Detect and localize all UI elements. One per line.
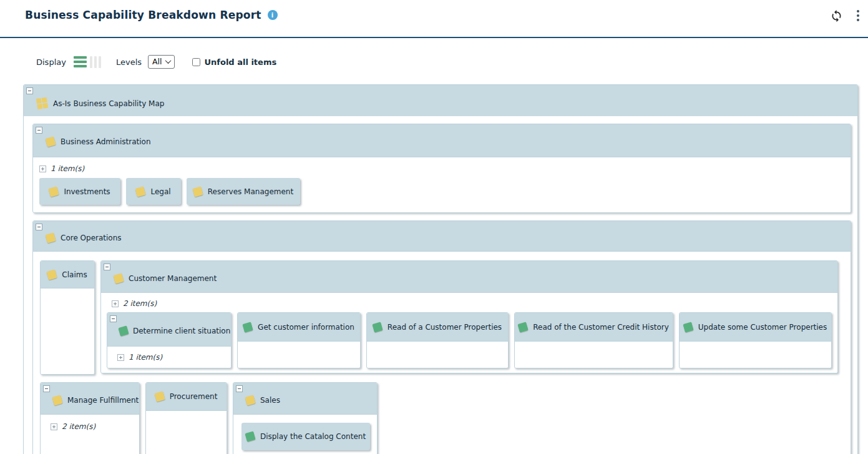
sales-box[interactable]: Sales Display the Catalog Content: [233, 382, 378, 454]
levels-select[interactable]: All: [148, 55, 175, 69]
business-administration-header[interactable]: Business Administration: [33, 124, 851, 157]
get-customer-information-header[interactable]: Get customer information: [238, 313, 360, 341]
capability-icon-green: [683, 322, 693, 332]
read-of-a-customer-properties-box[interactable]: Read of a Customer Properties: [366, 312, 509, 368]
title-wrap: Business Capability Breakdown Report i: [25, 9, 278, 21]
items-note-text: 2 item(s): [62, 422, 95, 431]
update-some-customer-properties-header[interactable]: Update some Customer Properties: [680, 313, 831, 341]
refresh-icon[interactable]: [830, 9, 843, 22]
capability-label: Core Operations: [61, 234, 122, 242]
expand-icon[interactable]: [39, 165, 46, 172]
capability-icon-green: [242, 322, 253, 332]
items-note-text: 1 item(s): [51, 164, 84, 173]
sales-header[interactable]: Sales: [233, 383, 377, 414]
children-row: Investments Legal Reserves Management: [39, 178, 844, 205]
collapse-icon[interactable]: [36, 127, 42, 134]
unfold-all-items-control: Unfold all items: [192, 57, 277, 67]
levels-label: Levels: [116, 57, 142, 67]
items-note-text: 2 item(s): [123, 299, 157, 308]
capability-label: Read of a Customer Properties: [388, 323, 502, 332]
procurement-box[interactable]: Procurement: [145, 382, 227, 454]
get-customer-information-box[interactable]: Get customer information: [237, 312, 361, 368]
empty-body: [238, 341, 360, 368]
update-some-customer-properties-box[interactable]: Update some Customer Properties: [679, 312, 832, 368]
capability-label: Business Administration: [61, 137, 151, 146]
display-columns-icon[interactable]: [90, 56, 101, 68]
core-operations-box[interactable]: Core Operations Claims: [32, 220, 851, 454]
unfold-checkbox[interactable]: [192, 58, 200, 66]
capability-icon-green: [118, 325, 129, 336]
topbar-actions: [830, 9, 862, 22]
capability-leaf-investments[interactable]: Investments: [39, 178, 120, 205]
items-note: 2 item(s): [112, 299, 832, 308]
capability-root-box[interactable]: As-Is Business Capability Map Business A…: [23, 84, 858, 454]
expand-icon[interactable]: [112, 300, 119, 307]
display-the-catalog-content-leaf[interactable]: Display the Catalog Content: [241, 423, 370, 450]
display-label: Display: [36, 57, 66, 67]
capability-label: Get customer information: [258, 323, 354, 332]
business-administration-body: 1 item(s) Investments Legal: [33, 157, 851, 212]
collapse-icon[interactable]: [26, 87, 33, 94]
capability-label: Procurement: [170, 392, 218, 401]
empty-body: [680, 341, 831, 368]
customer-management-box[interactable]: Customer Management 2 item(s): [100, 260, 838, 373]
collapse-icon[interactable]: [110, 315, 117, 322]
manage-fulfillment-box[interactable]: Manage Fulfillment 2 item(s): [40, 382, 140, 454]
capability-icon: [245, 395, 255, 405]
chevron-down-icon: [165, 57, 171, 64]
capability-root-header[interactable]: As-Is Business Capability Map: [24, 85, 857, 116]
unfold-label: Unfold all items: [205, 57, 277, 67]
capability-label: Sales: [260, 396, 280, 405]
capability-label: Legal: [150, 187, 170, 196]
capability-label: As-Is Business Capability Map: [53, 99, 164, 108]
items-note: 2 item(s): [51, 422, 139, 431]
capability-label: Read of the Customer Credit History: [533, 323, 669, 332]
empty-body: [367, 341, 508, 368]
collapse-icon[interactable]: [236, 385, 243, 392]
determine-client-situation-header[interactable]: Determine client situation: [107, 313, 231, 346]
read-of-a-customer-properties-header[interactable]: Read of a Customer Properties: [367, 313, 508, 341]
expand-icon[interactable]: [117, 354, 124, 361]
claims-box[interactable]: Claims: [40, 260, 95, 375]
capability-icon: [192, 186, 203, 197]
manage-fulfillment-header[interactable]: Manage Fulfillment: [41, 383, 139, 414]
items-note-text: 1 item(s): [129, 353, 162, 362]
capability-icon: [45, 232, 56, 243]
capability-label: Reserves Management: [208, 187, 293, 196]
capability-icon-green: [372, 322, 383, 332]
collapse-icon[interactable]: [36, 224, 42, 230]
procurement-header[interactable]: Procurement: [146, 383, 227, 410]
capability-label: Claims: [62, 270, 87, 279]
determine-client-situation-box[interactable]: Determine client situation 1 item(s): [107, 312, 232, 368]
capability-icon: [52, 395, 62, 405]
capability-icon: [135, 186, 146, 197]
capability-icon: [113, 273, 124, 284]
capability-leaf-reserves-management[interactable]: Reserves Management: [187, 178, 300, 205]
customer-management-header[interactable]: Customer Management: [101, 261, 837, 292]
claims-header[interactable]: Claims: [41, 261, 94, 288]
capability-leaf-legal[interactable]: Legal: [126, 178, 181, 205]
kebab-menu-icon[interactable]: [854, 9, 862, 22]
expand-icon[interactable]: [51, 423, 57, 430]
core-operations-header[interactable]: Core Operations: [33, 221, 851, 251]
manage-fulfillment-body: 2 item(s): [41, 414, 139, 454]
read-of-the-customer-credit-history-header[interactable]: Read of the Customer Credit History: [515, 313, 673, 341]
empty-body: [515, 341, 673, 368]
capability-icon: [45, 136, 56, 147]
page-title: Business Capability Breakdown Report: [25, 9, 261, 21]
display-rows-icon[interactable]: [74, 56, 87, 67]
collapse-icon[interactable]: [104, 264, 110, 270]
customer-management-body: 2 item(s) De: [101, 292, 837, 373]
info-icon[interactable]: i: [268, 10, 278, 20]
read-of-the-customer-credit-history-box[interactable]: Read of the Customer Credit History: [514, 312, 673, 368]
determine-client-situation-body: 1 item(s): [107, 346, 231, 368]
capability-icon: [49, 186, 59, 197]
capability-label: Customer Management: [129, 274, 217, 283]
business-administration-box[interactable]: Business Administration 1 item(s) Invest…: [32, 124, 851, 213]
collapse-icon[interactable]: [43, 385, 50, 392]
capability-label: Display the Catalog Content: [260, 432, 366, 441]
children-row: Claims Customer Management: [40, 260, 838, 375]
capability-map-icon: [36, 97, 48, 109]
items-note: 1 item(s): [39, 164, 844, 173]
capability-root-body: Business Administration 1 item(s) Invest…: [24, 116, 857, 454]
